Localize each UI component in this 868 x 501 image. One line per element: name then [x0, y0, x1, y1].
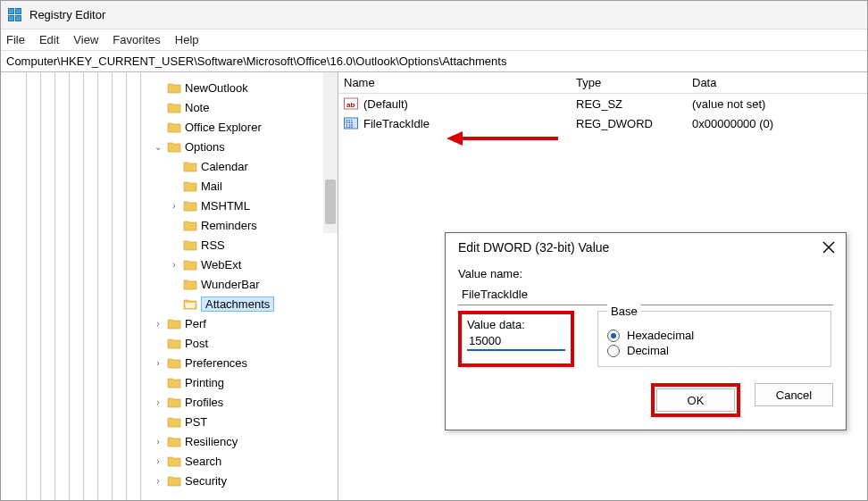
tree-item-options[interactable]: ⌄Options — [153, 137, 338, 156]
tree-label: Preferences — [185, 356, 247, 370]
folder-icon — [167, 435, 181, 447]
radio-decimal[interactable]: Decimal — [607, 344, 822, 357]
menu-help[interactable]: Help — [175, 33, 199, 46]
value-row-filetrackidle[interactable]: 011110 FileTrackIdle REG_DWORD 0x0000000… — [338, 113, 867, 133]
close-icon[interactable] — [822, 241, 835, 254]
menu-file[interactable]: File — [6, 33, 25, 46]
chevron-down-icon[interactable]: ⌄ — [153, 142, 163, 152]
col-header-name[interactable]: Name — [344, 76, 576, 89]
tree-label: MSHTML — [201, 199, 250, 213]
value-data-highlight: Value data: — [458, 311, 574, 367]
tree-scrollbar[interactable] — [323, 72, 338, 233]
dialog-button-row: OK Cancel — [446, 383, 846, 417]
svg-rect-0 — [9, 8, 14, 13]
address-bar[interactable]: Computer\HKEY_CURRENT_USER\Software\Micr… — [1, 51, 867, 72]
tree-item-post[interactable]: Post — [153, 333, 338, 353]
value-data: (value not set) — [692, 97, 867, 111]
tree-pane: NewOutlook Note Office Explorer ⌄Options… — [1, 72, 338, 500]
tree-item-wunderbar[interactable]: WunderBar — [169, 274, 338, 294]
folder-icon — [167, 396, 181, 408]
value-data: 0x00000000 (0) — [692, 117, 867, 130]
folder-icon — [183, 199, 197, 212]
col-header-type[interactable]: Type — [576, 76, 692, 89]
tree-label: Resiliency — [185, 435, 238, 448]
tree-item-calendar[interactable]: Calendar — [169, 156, 338, 176]
tree-item-printing[interactable]: Printing — [153, 372, 338, 392]
value-data-input[interactable] — [467, 331, 565, 351]
tree-item-office-explorer[interactable]: Office Explorer — [153, 117, 338, 137]
svg-text:110: 110 — [346, 123, 354, 129]
chevron-right-icon[interactable]: › — [153, 397, 163, 407]
folder-icon — [183, 180, 197, 192]
tree-item-search[interactable]: ›Search — [153, 451, 338, 471]
tree-item-reminders[interactable]: Reminders — [169, 215, 338, 235]
radio-hexadecimal[interactable]: Hexadecimal — [607, 329, 822, 342]
chevron-right-icon[interactable]: › — [153, 456, 163, 466]
chevron-right-icon[interactable]: › — [169, 260, 179, 270]
radio-label: Decimal — [627, 344, 669, 357]
tree-label: Calendar — [201, 160, 248, 173]
ok-button-highlight: OK — [651, 383, 740, 417]
regedit-app-icon — [8, 8, 22, 22]
tree-label: Reminders — [201, 219, 257, 232]
tree-label: Security — [185, 474, 227, 488]
tree-item-perf[interactable]: ›Perf — [153, 313, 338, 333]
cancel-button[interactable]: Cancel — [755, 383, 833, 406]
chevron-right-icon[interactable]: › — [153, 358, 163, 368]
folder-icon — [167, 317, 181, 330]
value-name-label: Value name: — [458, 267, 833, 280]
base-legend: Base — [607, 305, 641, 318]
folder-icon — [183, 238, 197, 251]
tree-label: Mail — [201, 180, 222, 193]
chevron-right-icon[interactable]: › — [153, 476, 163, 486]
dialog-title-bar[interactable]: Edit DWORD (32-bit) Value — [446, 233, 846, 260]
tree-label: Office Explorer — [185, 121, 262, 134]
tree-item-newoutlook[interactable]: NewOutlook — [153, 78, 338, 97]
col-header-data[interactable]: Data — [692, 76, 867, 89]
tree-item-preferences[interactable]: ›Preferences — [153, 353, 338, 372]
tree-item-pst[interactable]: PST — [153, 412, 338, 431]
tree-item-attachments[interactable]: Attachments — [169, 294, 338, 313]
folder-icon — [167, 474, 181, 487]
tree-item-webext[interactable]: ›WebExt — [169, 255, 338, 274]
tree-item-security[interactable]: ›Security — [153, 471, 338, 490]
folder-icon — [183, 160, 197, 172]
tree-label: PST — [185, 415, 207, 429]
chevron-right-icon[interactable]: › — [153, 319, 163, 329]
scrollbar-thumb[interactable] — [325, 180, 336, 224]
value-name-input[interactable] — [458, 284, 833, 305]
dialog-title: Edit DWORD (32-bit) Value — [458, 240, 609, 255]
folder-open-icon — [183, 297, 197, 310]
tree-item-note[interactable]: Note — [153, 97, 338, 117]
ok-button[interactable]: OK — [656, 388, 735, 412]
tree-item-profiles[interactable]: ›Profiles — [153, 392, 338, 412]
registry-tree[interactable]: NewOutlook Note Office Explorer ⌄Options… — [1, 72, 338, 496]
tree-label: Perf — [185, 317, 206, 330]
tree-label: WunderBar — [201, 278, 260, 291]
address-text: Computer\HKEY_CURRENT_USER\Software\Micr… — [6, 54, 506, 68]
radio-label: Hexadecimal — [627, 329, 694, 342]
value-row-default[interactable]: ab (Default) REG_SZ (value not set) — [338, 94, 867, 113]
folder-icon — [167, 337, 181, 349]
tree-item-mshtml[interactable]: ›MSHTML — [169, 196, 338, 215]
folder-icon — [167, 140, 181, 153]
folder-icon — [167, 376, 181, 388]
dword-value-icon: 011110 — [344, 116, 358, 130]
menu-favorites[interactable]: Favorites — [113, 33, 160, 46]
tree-label: Search — [185, 455, 221, 468]
menu-edit[interactable]: Edit — [39, 33, 59, 46]
folder-icon — [167, 356, 181, 369]
folder-icon — [183, 278, 197, 290]
folder-icon — [167, 121, 181, 133]
menu-bar: File Edit View Favorites Help — [1, 29, 867, 51]
chevron-right-icon[interactable]: › — [153, 437, 163, 447]
svg-rect-2 — [9, 15, 14, 21]
folder-icon — [183, 258, 197, 271]
tree-label: WebExt — [201, 258, 241, 271]
menu-view[interactable]: View — [73, 33, 98, 46]
tree-item-resiliency[interactable]: ›Resiliency — [153, 431, 338, 451]
tree-item-rss[interactable]: RSS — [169, 235, 338, 255]
tree-item-mail[interactable]: Mail — [169, 176, 338, 196]
folder-icon — [167, 101, 181, 113]
chevron-right-icon[interactable]: › — [169, 201, 179, 211]
